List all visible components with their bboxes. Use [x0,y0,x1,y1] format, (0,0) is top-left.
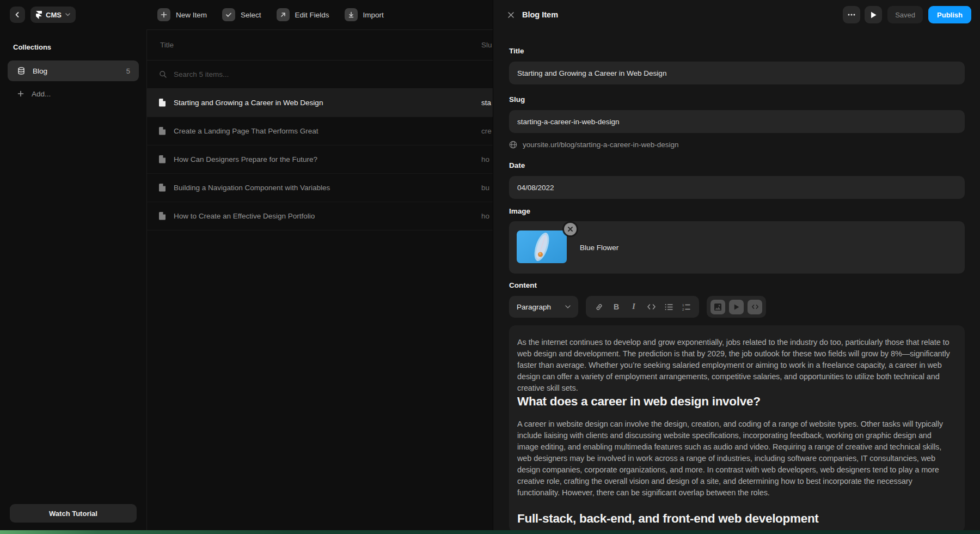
file-icon [159,155,166,163]
file-icon [159,184,166,192]
slug-field-label: Slug [509,95,965,104]
back-button[interactable] [10,7,25,23]
url-preview-text: yoursite.url/blog/starting-a-career-in-w… [523,141,679,149]
embed-icon [752,304,758,310]
sidebar-item-blog[interactable]: Blog 5 [8,60,139,81]
list-item-slug: cre [481,127,492,135]
preview-button[interactable] [865,6,882,23]
search-input[interactable]: Search 5 items... [147,60,493,89]
list-item-slug: bu [481,184,492,192]
link-icon [595,303,603,311]
block-type-select[interactable]: Paragraph [509,296,578,318]
import-label: Import [363,11,384,19]
list-header: Title Slu [147,30,493,60]
editor-heading: What does a career in web design involve… [517,394,951,409]
block-type-value: Paragraph [517,303,551,311]
collection-switcher-label: CMS [46,11,62,19]
date-field-label: Date [509,161,965,169]
watch-tutorial-button[interactable]: Watch Tutorial [10,504,137,523]
italic-button[interactable]: I [625,296,642,318]
bullet-list-icon [665,304,673,311]
svg-text:1: 1 [682,304,684,307]
collection-switcher[interactable]: CMS [30,7,76,23]
items-list: Title Slu Search 5 items... Starting and… [147,29,493,530]
list-item[interactable]: Building a Navigation Component with Var… [147,174,493,202]
insert-embed-button[interactable] [748,300,762,314]
url-preview: yoursite.url/blog/starting-a-career-in-w… [509,141,965,149]
remove-image-icon[interactable] [564,223,577,235]
bold-icon: B [614,302,619,311]
link-button[interactable] [590,296,608,318]
video-icon [734,304,739,310]
column-header-slug[interactable]: Slu [481,41,492,49]
image-name: Blue Flower [580,221,618,274]
globe-icon [509,141,517,149]
panel-header: Blog Item Saved Publish [493,0,980,29]
file-icon [159,212,166,220]
publish-button[interactable]: Publish [928,6,971,23]
database-icon [17,67,25,75]
bullet-list-button[interactable] [660,296,677,318]
list-item-slug: ho [481,212,492,220]
edit-fields-label: Edit Fields [295,11,329,19]
more-options-button[interactable] [843,6,860,23]
insert-image-button[interactable] [710,300,725,314]
editor-paragraph: As the internet continues to develop and… [517,337,951,394]
import-button[interactable]: Import [345,8,384,21]
list-item[interactable]: Starting and Growing a Career in Web Des… [147,89,493,117]
slug-field[interactable]: starting-a-career-in-web-design [509,110,965,133]
code-icon [647,304,656,310]
image-thumbnail[interactable] [517,230,567,263]
arrow-down-icon [345,8,358,21]
code-button[interactable] [642,296,660,318]
list-item-title: Building a Navigation Component with Var… [174,184,330,192]
file-icon [159,127,166,135]
toolbar: New Item Select Edit Fields Import [157,0,384,29]
edit-fields-button[interactable]: Edit Fields [277,8,329,21]
title-field[interactable]: Starting and Growing a Career in Web Des… [509,62,965,84]
check-icon [222,8,235,21]
image-field[interactable]: Blue Flower [509,221,965,274]
arrow-up-right-icon [277,8,290,21]
select-button[interactable]: Select [222,8,261,21]
close-panel-button[interactable] [507,11,514,19]
list-item-title: Starting and Growing a Career in Web Des… [174,99,323,107]
sidebar-item-count: 5 [126,67,130,75]
back-chevron-icon [14,11,21,18]
cms-topbar: CMS New Item Select [0,0,493,29]
framer-logo-icon [36,11,42,19]
list-item-title: Create a Landing Page That Performs Grea… [174,127,318,135]
title-field-label: Title [509,47,965,55]
list-item-slug: sta [481,99,492,107]
file-icon [159,99,166,107]
new-item-button[interactable]: New Item [157,8,207,21]
bold-button[interactable]: B [608,296,625,318]
plus-icon [157,8,170,21]
new-item-label: New Item [176,11,207,19]
list-item[interactable]: How Can Designers Prepare for the Future… [147,145,493,174]
more-icon [848,14,855,16]
content-toolbar: Paragraph B I [509,296,965,318]
content-editor[interactable]: As the internet continues to develop and… [509,325,965,532]
editor-heading: Full-stack, back-end, and front-end web … [517,511,951,526]
collections-header: Collections [0,29,146,51]
column-header-title[interactable]: Title [160,41,174,49]
collections-sidebar: Collections Blog 5 Add... Watch Tutorial [0,29,147,530]
list-item[interactable]: How to Create an Effective Design Portfo… [147,202,493,230]
panel-title: Blog Item [522,10,558,19]
list-item-title: How Can Designers Prepare for the Future… [174,155,317,163]
list-item-slug: ho [481,155,492,163]
chevron-down-icon [565,305,571,308]
item-editor-panel: Blog Item Saved Publish Title Starting a… [493,0,980,530]
search-icon [159,70,167,78]
saved-button[interactable]: Saved [887,6,923,23]
search-placeholder: Search 5 items... [174,70,229,78]
media-toolbar [707,296,766,318]
add-collection-button[interactable]: Add... [8,84,139,103]
numbered-list-button[interactable]: 12 [677,296,695,318]
date-field[interactable]: 04/08/2022 [509,176,965,199]
content-field-label: Content [509,281,965,289]
add-collection-label: Add... [32,90,51,98]
list-item[interactable]: Create a Landing Page That Performs Grea… [147,117,493,145]
insert-video-button[interactable] [729,300,744,314]
